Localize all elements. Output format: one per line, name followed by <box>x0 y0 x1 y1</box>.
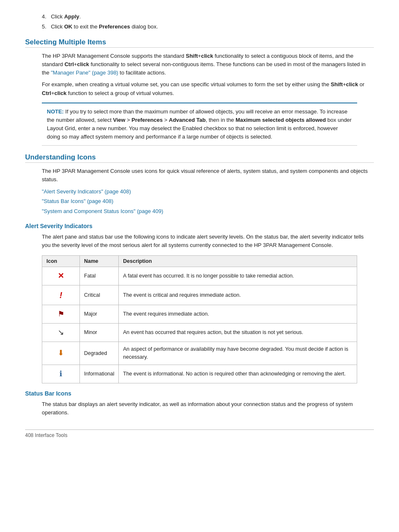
col-icon-header: Icon <box>42 256 80 267</box>
step-4-number: 4. <box>42 13 46 20</box>
desc-cell-major: The event requires immediate action. <box>119 305 357 324</box>
step-4: 4. Click Apply. <box>42 13 374 21</box>
col-desc-header: Description <box>119 256 357 267</box>
note-text: If you try to select more than the maxim… <box>47 108 352 140</box>
alert-severity-table: Icon Name Description ✕FatalA fatal even… <box>42 255 357 383</box>
step-4-bold: Apply <box>64 13 79 20</box>
table-row: ⬇DegradedAn aspect of performance or ava… <box>42 342 357 365</box>
table-row: !CriticalThe event is critical and requi… <box>42 285 357 305</box>
name-cell-minor: Minor <box>80 324 119 342</box>
icon-critical: ! <box>59 290 62 300</box>
icon-cell-minor: ↘ <box>42 324 80 342</box>
understanding-links: "Alert Severity Indicators" (page 408) "… <box>42 188 374 216</box>
note-box: NOTE: If you try to select more than the… <box>42 103 357 146</box>
note-label: NOTE: <box>47 108 64 115</box>
icon-informational: ℹ <box>59 370 62 378</box>
table-row: ⚑MajorThe event requires immediate actio… <box>42 305 357 324</box>
step-5-ok: OK <box>64 23 72 30</box>
desc-cell-fatal: A fatal event has occurred. It is no lon… <box>119 267 357 285</box>
steps-list: 4. Click Apply. 5. Click OK to exit the … <box>42 13 374 31</box>
selecting-heading: Selecting Multiple Items <box>25 38 374 48</box>
alert-severity-heading: Alert Severity Indicators <box>25 223 374 229</box>
manager-pane-link[interactable]: "Manager Pane" (page 398) <box>51 69 118 76</box>
table-row: ℹInformationalThe event is informational… <box>42 365 357 383</box>
table-row: ↘MinorAn event has occurred that require… <box>42 324 357 342</box>
table-row: ✕FatalA fatal event has occurred. It is … <box>42 267 357 285</box>
col-name-header: Name <box>80 256 119 267</box>
name-cell-degraded: Degraded <box>80 342 119 365</box>
icon-fatal: ✕ <box>58 272 64 280</box>
step-5-prefs: Preferences <box>99 23 130 30</box>
desc-cell-informational: The event is informational. No action is… <box>119 365 357 383</box>
link-system-component[interactable]: "System and Component Status Icons" (pag… <box>42 207 374 216</box>
statusbar-heading: Status Bar Icons <box>25 390 374 397</box>
icon-minor: ↘ <box>58 328 64 337</box>
link-status-bar[interactable]: "Status Bar Icons" (page 408) <box>42 197 374 206</box>
step-5-number: 5. <box>42 23 46 30</box>
statusbar-para1: The status bar displays an alert severit… <box>42 400 374 417</box>
name-cell-critical: Critical <box>80 285 119 305</box>
link-alert-severity[interactable]: "Alert Severity Indicators" (page 408) <box>42 188 374 196</box>
alert-severity-para1: The alert pane and status bar use the fo… <box>42 233 374 249</box>
icon-cell-informational: ℹ <box>42 365 80 383</box>
step-5: 5. Click OK to exit the Preferences dial… <box>42 23 374 31</box>
desc-cell-critical: The event is critical and requires immed… <box>119 285 357 305</box>
icon-major: ⚑ <box>58 310 64 318</box>
selecting-para1: The HP 3PAR Management Console supports … <box>42 52 374 77</box>
name-cell-fatal: Fatal <box>80 267 119 285</box>
understanding-heading: Understanding Icons <box>25 153 374 163</box>
icon-degraded: ⬇ <box>58 349 64 357</box>
desc-cell-minor: An event has occurred that requires acti… <box>119 324 357 342</box>
icon-cell-fatal: ✕ <box>42 267 80 285</box>
understanding-para1: The HP 3PAR Management Console uses icon… <box>42 167 374 184</box>
selecting-para2: For example, when creating a virtual vol… <box>42 80 374 97</box>
icon-cell-degraded: ⬇ <box>42 342 80 365</box>
desc-cell-degraded: An aspect of performance or availability… <box>119 342 357 365</box>
footer: 408 Interface Tools <box>25 429 374 438</box>
name-cell-major: Major <box>80 305 119 324</box>
icon-cell-critical: ! <box>42 285 80 305</box>
icon-cell-major: ⚑ <box>42 305 80 324</box>
table-header-row: Icon Name Description <box>42 256 357 267</box>
name-cell-informational: Informational <box>80 365 119 383</box>
